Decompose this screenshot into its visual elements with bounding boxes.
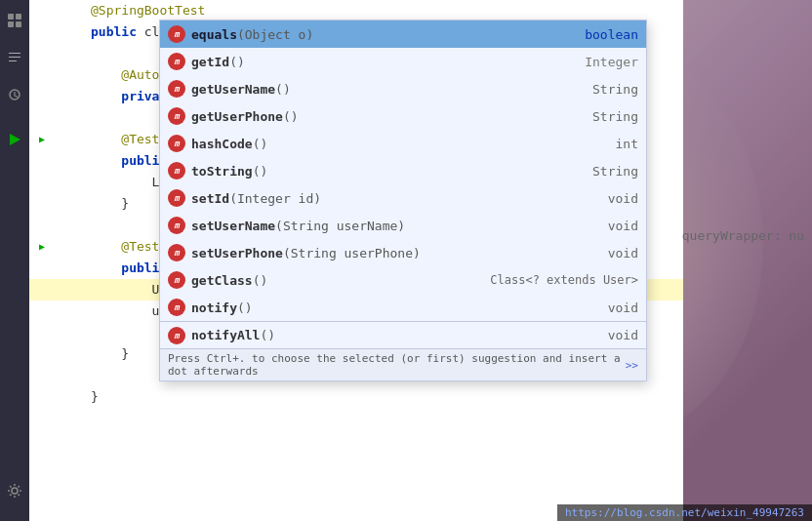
ac-status-link[interactable]: >> — [626, 359, 638, 372]
ac-item-getusername[interactable]: m getUserName() String — [160, 75, 646, 102]
code-line-1: @SpringBootTest — [29, 0, 683, 21]
ac-icon-equals: m — [168, 25, 185, 43]
right-panel-text: queryWrapper: nu — [674, 224, 812, 247]
svg-rect-2 — [8, 21, 14, 27]
ac-method-name-notifyall: notifyAll() — [191, 328, 570, 342]
url-text: https://blog.csdn.net/weixin_49947263 — [565, 506, 804, 519]
ac-item-notifyall[interactable]: m notifyAll() void — [160, 321, 646, 348]
ac-icon-getclass: m — [168, 271, 185, 289]
ac-method-name-hashcode: hashCode() — [191, 137, 570, 151]
ac-icon-getusername: m — [168, 80, 185, 98]
ac-item-getclass[interactable]: m getClass() Class<? extends User> — [160, 266, 646, 294]
autocomplete-dropdown[interactable]: m equals(Object o) boolean m getId() Int… — [159, 20, 647, 381]
url-bar: https://blog.csdn.net/weixin_49947263 — [557, 504, 812, 521]
ac-item-hashcode[interactable]: m hashCode() int — [160, 130, 646, 157]
ac-method-name-setusername: setUserName(String userName) — [191, 219, 570, 233]
svg-rect-0 — [8, 14, 14, 20]
svg-rect-1 — [16, 14, 21, 20]
ac-method-name-setuserphone: setUserPhone(String userPhone) — [191, 246, 570, 260]
ac-return-type-tostring: String — [570, 164, 638, 179]
ac-return-type-getusername: String — [570, 82, 638, 97]
ac-icon-setusername: m — [168, 217, 185, 234]
ac-return-type-equals: boolean — [570, 27, 638, 42]
ac-method-name-equals: equals(Object o) — [191, 27, 570, 42]
ac-item-setusername[interactable]: m setUserName(String userName) void — [160, 212, 646, 239]
run-icon-1[interactable]: ▶ — [39, 129, 45, 150]
ac-method-name-getclass: getClass() — [191, 273, 490, 288]
ac-return-type-setid: void — [570, 191, 638, 206]
ac-icon-getuserphone: m — [168, 107, 185, 125]
activity-bar — [0, 0, 29, 521]
svg-point-6 — [12, 488, 18, 494]
ac-icon-hashcode: m — [168, 135, 185, 152]
svg-rect-3 — [16, 21, 21, 27]
ac-method-name-getid: getId() — [191, 55, 570, 69]
ac-item-setid[interactable]: m setId(Integer id) void — [160, 184, 646, 212]
ac-return-type-setuserphone: void — [570, 246, 638, 260]
ac-icon-notify: m — [168, 299, 185, 316]
ac-return-type-getid: Integer — [570, 55, 638, 69]
ac-method-name-getuserphone: getUserPhone() — [191, 109, 570, 124]
ac-return-type-getuserphone: String — [570, 109, 638, 124]
ac-return-type-notifyall: void — [570, 328, 638, 342]
ac-status-text: Press Ctrl+. to choose the selected (or … — [168, 352, 626, 378]
sidebar-icon-2[interactable] — [4, 47, 25, 68]
sidebar-icon-run[interactable] — [4, 129, 25, 150]
ac-status-bar: Press Ctrl+. to choose the selected (or … — [160, 348, 646, 381]
ac-icon-tostring: m — [168, 162, 185, 180]
run-icon-2[interactable]: ▶ — [39, 236, 45, 258]
ac-icon-setid: m — [168, 189, 185, 207]
sidebar-icon-4[interactable] — [4, 480, 25, 501]
sidebar-icon-3[interactable] — [4, 84, 25, 105]
svg-marker-5 — [10, 134, 20, 145]
ac-icon-getid: m — [168, 53, 185, 70]
ac-method-name-getusername: getUserName() — [191, 82, 570, 97]
sidebar-icon-1[interactable] — [4, 10, 25, 31]
ac-method-name-notify: notify() — [191, 301, 570, 315]
ac-return-type-hashcode: int — [570, 137, 638, 151]
code-line-17: } — [29, 386, 683, 408]
ac-item-getid[interactable]: m getId() Integer — [160, 48, 646, 75]
ac-item-getuserphone[interactable]: m getUserPhone() String — [160, 102, 646, 130]
ac-item-tostring[interactable]: m toString() String — [160, 157, 646, 184]
ac-return-type-notify: void — [570, 301, 638, 315]
ac-item-notify[interactable]: m notify() void — [160, 294, 646, 321]
ac-item-equals[interactable]: m equals(Object o) boolean — [160, 20, 646, 48]
ac-return-type-getclass: Class<? extends User> — [490, 273, 638, 287]
ac-method-name-setid: setId(Integer id) — [191, 191, 570, 206]
ac-icon-notifyall: m — [168, 327, 185, 344]
ac-return-type-setusername: void — [570, 219, 638, 233]
ac-method-name-tostring: toString() — [191, 164, 570, 179]
ac-item-setuserphone[interactable]: m setUserPhone(String userPhone) void — [160, 239, 646, 266]
ac-icon-setuserphone: m — [168, 244, 185, 261]
